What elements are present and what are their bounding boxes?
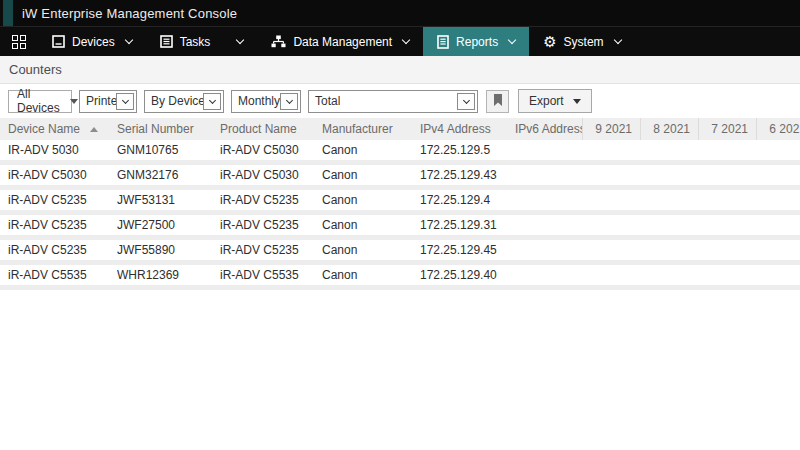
manufacturer-cell: Canon — [322, 193, 420, 207]
device-type-select[interactable]: Printer — [79, 90, 137, 113]
nav-item-tasks[interactable]: Tasks — [146, 27, 258, 56]
export-button[interactable]: Export — [518, 89, 592, 113]
nav-item-system[interactable]: ⚙ System — [529, 27, 634, 56]
dropdown-arrow-icon — [573, 99, 581, 104]
device-name-cell: iR-ADV C5535 — [0, 268, 117, 282]
nav-item-label: Reports — [456, 35, 498, 49]
filter-bar: All Devices Printer By Device Monthly To… — [0, 84, 800, 118]
product-name-cell: iR-ADV C5235 — [220, 243, 322, 257]
table-row[interactable]: iR-ADV C5535 WHR12369 iR-ADV C5535 Canon… — [0, 265, 800, 290]
title-bar: iW Enterprise Management Console — [0, 0, 800, 26]
ipv4-address-cell: 172.25.129.40 — [420, 268, 515, 282]
device-group-dropdown[interactable]: All Devices — [8, 90, 72, 113]
column-header-manufacturer[interactable]: Manufacturer — [322, 122, 420, 136]
product-name-cell: iR-ADV C5235 — [220, 193, 322, 207]
reports-icon — [437, 35, 449, 49]
tasks-icon — [160, 35, 173, 48]
column-header-serial-number[interactable]: Serial Number — [117, 122, 220, 136]
nav-item-data-management[interactable]: Data Management — [257, 27, 423, 56]
view-mode-select[interactable]: By Device — [144, 90, 224, 113]
nav-item-label: Data Management — [293, 35, 392, 49]
table-row[interactable]: iR-ADV C5030 GNM32176 iR-ADV C5030 Canon… — [0, 165, 800, 190]
device-name-cell: iR-ADV C5235 — [0, 218, 117, 232]
select-chevron-icon — [116, 93, 134, 110]
export-button-label: Export — [529, 94, 564, 108]
device-name-cell: IR-ADV 5030 — [0, 143, 117, 157]
period-select[interactable]: Monthly — [231, 90, 301, 113]
device-name-cell: iR-ADV C5235 — [0, 243, 117, 257]
column-header-month-7-2021[interactable]: 7 2021 — [698, 118, 756, 140]
ipv4-address-cell: 172.25.129.5 — [420, 143, 515, 157]
table-row[interactable]: iR-ADV C5235 JWF53131 iR-ADV C5235 Canon… — [0, 190, 800, 215]
serial-number-cell: GNM32176 — [117, 168, 220, 182]
table-header: Device Name Serial Number Product Name M… — [0, 118, 800, 140]
period-value: Monthly — [232, 94, 280, 108]
app-title: iW Enterprise Management Console — [22, 6, 237, 21]
chevron-down-icon — [402, 36, 410, 44]
column-header-month-8-2021[interactable]: 8 2021 — [640, 118, 698, 140]
ipv4-address-cell: 172.25.129.45 — [420, 243, 515, 257]
serial-number-cell: GNM10765 — [117, 143, 220, 157]
app-grid-button[interactable] — [0, 27, 38, 56]
counter-type-value: Total — [309, 94, 340, 108]
column-header-label: Device Name — [8, 122, 80, 136]
serial-number-cell: JWF53131 — [117, 193, 220, 207]
chevron-down-icon — [124, 36, 132, 44]
chevron-down-icon — [613, 36, 621, 44]
product-name-cell: iR-ADV C5030 — [220, 143, 322, 157]
serial-number-cell: WHR12369 — [117, 268, 220, 282]
product-name-cell: iR-ADV C5535 — [220, 268, 322, 282]
data-management-icon — [271, 35, 286, 48]
table-row[interactable]: IR-ADV 5030 GNM10765 iR-ADV C5030 Canon … — [0, 140, 800, 165]
device-table-body: IR-ADV 5030 GNM10765 iR-ADV C5030 Canon … — [0, 140, 800, 290]
manufacturer-cell: Canon — [322, 218, 420, 232]
section-header: Counters — [0, 56, 800, 84]
serial-number-cell: JWF55890 — [117, 243, 220, 257]
system-gear-icon: ⚙ — [543, 34, 556, 49]
page-title: Counters — [9, 62, 62, 77]
counter-type-select[interactable]: Total — [308, 90, 478, 113]
app-grid-icon — [12, 35, 26, 49]
column-header-product-name[interactable]: Product Name — [220, 122, 322, 136]
device-group-value: All Devices — [17, 87, 60, 115]
column-header-device-name[interactable]: Device Name — [0, 122, 117, 136]
product-name-cell: iR-ADV C5030 — [220, 168, 322, 182]
column-header-month-6-2021[interactable]: 6 2021 — [756, 118, 800, 140]
ipv4-address-cell: 172.25.129.43 — [420, 168, 515, 182]
table-row[interactable]: iR-ADV C5235 JWF55890 iR-ADV C5235 Canon… — [0, 240, 800, 265]
dropdown-arrow-icon — [70, 99, 78, 104]
nav-item-label: System — [564, 35, 604, 49]
bookmark-button[interactable] — [486, 90, 509, 113]
select-chevron-icon — [457, 93, 475, 110]
device-name-cell: iR-ADV C5030 — [0, 168, 117, 182]
manufacturer-cell: Canon — [322, 268, 420, 282]
main-nav: Devices Tasks Data Management Reports ⚙ … — [0, 26, 800, 56]
table-row[interactable]: iR-ADV C5235 JWF27500 iR-ADV C5235 Canon… — [0, 215, 800, 240]
device-type-value: Printer — [80, 94, 116, 108]
column-header-ipv4-address[interactable]: IPv4 Address — [420, 122, 515, 136]
chevron-down-icon — [508, 36, 516, 44]
sort-ascending-icon — [90, 127, 98, 132]
manufacturer-cell: Canon — [322, 243, 420, 257]
app-logo — [3, 0, 13, 26]
product-name-cell: iR-ADV C5235 — [220, 218, 322, 232]
view-mode-value: By Device — [145, 94, 203, 108]
select-chevron-icon — [203, 93, 221, 110]
column-header-ipv6-address[interactable]: IPv6 Address — [515, 122, 582, 136]
manufacturer-cell: Canon — [322, 143, 420, 157]
devices-icon — [52, 35, 65, 48]
chevron-down-icon — [236, 36, 244, 44]
select-chevron-icon — [280, 93, 298, 110]
column-header-month-9-2021[interactable]: 9 2021 — [582, 118, 640, 140]
bookmark-icon — [493, 92, 503, 110]
nav-item-devices[interactable]: Devices — [38, 27, 146, 56]
device-name-cell: iR-ADV C5235 — [0, 193, 117, 207]
serial-number-cell: JWF27500 — [117, 218, 220, 232]
nav-item-reports[interactable]: Reports — [423, 27, 529, 56]
ipv4-address-cell: 172.25.129.4 — [420, 193, 515, 207]
nav-item-label: Devices — [72, 35, 115, 49]
ipv4-address-cell: 172.25.129.31 — [420, 218, 515, 232]
nav-item-label: Tasks — [180, 35, 211, 49]
manufacturer-cell: Canon — [322, 168, 420, 182]
